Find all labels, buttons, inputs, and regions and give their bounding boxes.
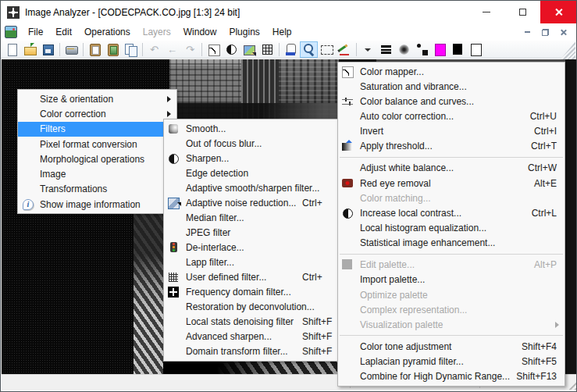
menu-item[interactable]: De-interlace... [164,240,359,255]
menu-item[interactable]: Show image information [18,197,176,212]
gamma-curve-button[interactable] [205,41,223,58]
menu-item[interactable]: Advanced sharpen... Shift+F [164,330,359,344]
arrow-left-icon [166,43,179,56]
mdi-restore-button[interactable] [536,26,554,39]
close-button[interactable] [540,1,576,23]
select-tool-button[interactable] [318,41,336,58]
window-title: Image Analyzer - [CODECPACK.CO.jpg [1:3]… [25,7,468,18]
brush-shape-button[interactable] [413,41,431,58]
draw-tool-button[interactable] [336,41,354,58]
menu-item[interactable]: Median filter... [164,210,359,225]
menubar-item[interactable]: File [22,24,49,40]
menubar-item[interactable]: Operations [78,24,137,40]
menu-item[interactable]: Statistical image enhancement... [338,236,565,251]
menu-item[interactable]: JPEG filter [164,225,359,240]
mdi-close-button[interactable] [554,26,572,39]
menu-item[interactable]: Increase local contrast... Ctrl+L [338,205,565,220]
line-width-button[interactable] [377,41,395,58]
menu-item[interactable]: Combine for High Dynamic Range... Shift+… [338,369,565,384]
menu-item[interactable]: Domain transform filter... Shift+F [164,344,359,359]
resize-grip[interactable] [566,380,576,390]
pan-tool-button[interactable] [282,41,300,58]
menu-item[interactable]: Edge detection [164,166,359,180]
menu-item[interactable]: Morphological operations [18,151,176,166]
info-icon [20,198,36,211]
menu-item[interactable]: Adaptive noise reduction... Ctrl+ [164,195,359,210]
menu-item[interactable]: Smooth... [164,121,359,136]
sharpen-icon [166,152,182,165]
photo-strip-left [134,212,166,376]
curve-map-icon [340,66,356,78]
menu-item[interactable]: Frequency domain filter... [164,285,359,300]
menu-bar: File Edit Operations Layers Window Plugi… [1,23,576,41]
menu-item[interactable]: Saturation and vibrance... [338,79,565,94]
undo-history-button [163,41,181,58]
paste-button[interactable] [86,41,104,58]
menu-item[interactable]: Adjust white balance... Ctrl+W [338,161,565,176]
menu-item[interactable]: Invert Ctrl+I [338,124,565,139]
background-color-swatch[interactable] [467,41,485,58]
menu-item[interactable]: Apply threshold... Ctrl+T [338,139,565,154]
contrast-icon [225,43,238,56]
menu-item[interactable]: Adaptive smooth/sharpen filter... [164,180,359,195]
menu-item[interactable]: Size & orientation [18,91,176,106]
open-file-button[interactable] [21,41,39,58]
menu-item[interactable]: Local histogram equalization... [338,220,565,235]
menu-item[interactable]: Color correction [18,106,176,121]
menu-item[interactable]: Import palette... [338,273,565,287]
resample-grid-button[interactable] [258,41,276,58]
palette-icon [340,258,356,271]
toolbar-separator [80,41,86,58]
copy-icon [124,43,137,56]
mdi-minimize-button[interactable] [518,26,536,39]
acquire-scan-button[interactable] [62,41,80,58]
copy-button[interactable] [122,41,140,58]
zoom-tool-button[interactable] [300,41,318,58]
magenta-swatch-icon [433,43,447,56]
image-transform-button[interactable] [240,41,258,58]
foreground-color-swatch[interactable] [431,41,449,58]
close-icon [554,8,563,16]
menubar-item[interactable]: Plugins [223,24,265,40]
menu-item[interactable]: Out of focus blur... [164,136,359,151]
menu-item[interactable]: Red eye removal Alt+E [338,176,565,191]
new-file-button[interactable] [3,41,21,58]
menu-item[interactable]: Lapp filter... [164,255,359,269]
menu-item[interactable]: Auto color correction... Ctrl+U [338,109,565,123]
contrast-button[interactable] [223,41,240,58]
undo-icon [148,43,161,56]
title-bar: Image Analyzer - [CODECPACK.CO.jpg [1:3]… [1,1,576,23]
menu-item[interactable]: Local stats denoising filter Shift+F [164,315,359,330]
local-contrast-icon [340,207,356,219]
paste-as-image-button[interactable] [104,41,122,58]
save-button[interactable] [39,41,57,58]
menubar-item[interactable]: Window [177,24,223,40]
secondary-color-swatch[interactable] [449,41,467,58]
menu-item[interactable]: Image [18,166,176,181]
menu-item[interactable]: Filters [18,122,176,137]
menu-item[interactable]: Pixel format conversion [18,137,176,151]
menu-item[interactable]: Color mapper... [338,64,565,79]
maximize-button[interactable] [504,1,540,23]
grid-filter-icon [166,271,182,283]
chevron-down-icon [362,43,375,56]
menu-item[interactable]: Sharpen... [164,151,359,166]
brush-options-dropdown[interactable] [359,41,377,58]
menu-item[interactable]: Color balance and curves... [338,94,565,109]
menu-item[interactable]: Laplacian pyramid filter... Shift+F5 [338,355,565,369]
menu-item: Complex representation... [338,302,565,317]
toolbar [1,41,576,59]
open-folder-icon [23,43,37,56]
menu-item[interactable]: Transformations [18,182,176,197]
menubar-item[interactable]: Edit [49,24,78,40]
soft-brush-button[interactable] [395,41,413,58]
menubar-item[interactable]: Help [266,24,298,40]
soft-brush-icon [397,43,411,56]
minimize-button[interactable] [468,1,504,23]
menu-item[interactable]: Color tone adjustment Shift+F4 [338,339,565,354]
undo-button [145,41,163,58]
menu-item[interactable]: User defined filter... Ctrl+ [164,269,359,284]
pencil-icon [338,43,351,56]
menu-item[interactable]: Restoration by deconvolution... [164,300,359,315]
smooth-icon [166,123,182,135]
